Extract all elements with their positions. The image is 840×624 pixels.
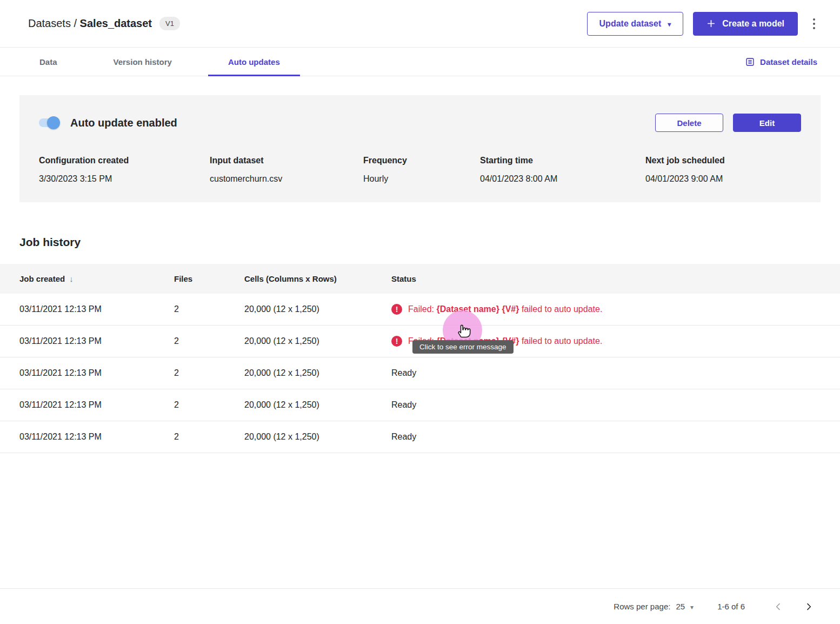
- cell-files: 2: [174, 336, 244, 346]
- dataset-details-label: Dataset details: [760, 57, 817, 67]
- chevron-left-icon: [774, 602, 783, 611]
- cell-files: 2: [174, 304, 244, 314]
- cell-files: 2: [174, 432, 244, 442]
- job-history-title: Job history: [19, 236, 840, 249]
- field-next-job-scheduled: Next job scheduled 04/01/2023 9:00 AM: [645, 156, 736, 184]
- column-header-cells: Cells (Columns x Rows): [244, 274, 391, 283]
- dataset-details-link[interactable]: Dataset details: [745, 48, 821, 76]
- cell-cells: 20,000 (12 x 1,250): [244, 304, 391, 314]
- previous-page-button[interactable]: [771, 599, 786, 614]
- column-header-label: Job created: [19, 274, 65, 283]
- column-header-job-created[interactable]: Job created↓: [0, 274, 174, 283]
- status-ready: Ready: [391, 432, 840, 442]
- cell-job-created: 03/11/2021 12:13 PM: [0, 400, 174, 410]
- update-dataset-button[interactable]: Update dataset ▾: [587, 12, 684, 36]
- pagination-range: 1-6 of 6: [717, 602, 745, 611]
- field-label: Configuration created: [39, 156, 199, 165]
- status-text: Failed: {Dataset name} {V#} failed to au…: [408, 304, 602, 314]
- status-text: Ready: [391, 432, 416, 442]
- field-label: Starting time: [480, 156, 635, 165]
- cell-job-created: 03/11/2021 12:13 PM: [0, 336, 174, 346]
- error-tooltip: Click to see error message: [412, 340, 514, 354]
- field-frequency: Frequency Hourly: [363, 156, 480, 184]
- column-header-status: Status: [391, 274, 840, 283]
- cell-job-created: 03/11/2021 12:13 PM: [0, 432, 174, 442]
- auto-update-panel-buttons: Delete Edit: [655, 114, 801, 132]
- status-ready: Ready: [391, 368, 840, 378]
- column-header-files: Files: [174, 274, 244, 283]
- field-value: 3/30/2023 3:15 PM: [39, 174, 199, 184]
- hand-cursor-icon: [456, 321, 472, 341]
- chevron-down-icon: ▾: [690, 604, 694, 610]
- auto-update-toggle-label: Auto update enabled: [70, 117, 177, 129]
- document-details-icon: [745, 57, 755, 67]
- field-input-dataset: Input dataset customerchurn.csv: [210, 156, 363, 184]
- tab-version-history-label: Version history: [114, 57, 172, 67]
- edit-button[interactable]: Edit: [733, 114, 801, 132]
- cell-files: 2: [174, 368, 244, 378]
- create-model-label: Create a model: [722, 19, 784, 29]
- error-icon: [391, 304, 402, 315]
- status-text: Ready: [391, 368, 416, 378]
- auto-update-panel: Auto update enabled Delete Edit Configur…: [19, 95, 821, 202]
- field-starting-time: Starting time 04/01/2023 8:00 AM: [480, 156, 645, 184]
- top-bar: Datasets / Sales_dataset V1 Update datas…: [0, 0, 840, 47]
- delete-button[interactable]: Delete: [655, 114, 723, 132]
- rows-per-page-label: Rows per page:: [614, 602, 670, 611]
- table-row: 03/11/2021 12:13 PM 2 20,000 (12 x 1,250…: [0, 357, 840, 389]
- plus-icon: [706, 19, 716, 28]
- field-label: Input dataset: [210, 156, 352, 165]
- auto-update-toggle[interactable]: [39, 118, 58, 127]
- auto-update-panel-header: Auto update enabled Delete Edit: [39, 114, 801, 132]
- more-actions-kebab-icon[interactable]: [808, 16, 821, 32]
- create-model-button[interactable]: Create a model: [693, 12, 798, 36]
- error-icon: [391, 336, 402, 347]
- toggle-knob: [47, 116, 60, 129]
- field-value: Hourly: [363, 174, 469, 184]
- header-actions: Update dataset ▾ Create a model: [587, 12, 821, 36]
- chevron-right-icon: [804, 602, 813, 611]
- sort-descending-icon: ↓: [69, 274, 74, 283]
- chevron-down-icon: ▾: [668, 21, 671, 28]
- cell-cells: 20,000 (12 x 1,250): [244, 400, 391, 410]
- cell-cells: 20,000 (12 x 1,250): [244, 432, 391, 442]
- pagination-bar: Rows per page: 25 ▾ 1-6 of 6: [0, 588, 840, 624]
- field-label: Next job scheduled: [645, 156, 725, 165]
- rows-per-page-value: 25: [676, 602, 685, 611]
- field-label: Frequency: [363, 156, 469, 165]
- field-value: 04/01/2023 9:00 AM: [645, 174, 725, 184]
- cell-job-created: 03/11/2021 12:13 PM: [0, 368, 174, 378]
- cell-job-created: 03/11/2021 12:13 PM: [0, 304, 174, 314]
- breadcrumb-datasets[interactable]: Datasets /: [28, 17, 80, 29]
- table-row: 03/11/2021 12:13 PM 2 20,000 (12 x 1,250…: [0, 389, 840, 421]
- field-configuration-created: Configuration created 3/30/2023 3:15 PM: [39, 156, 210, 184]
- cell-cells: 20,000 (12 x 1,250): [244, 336, 391, 346]
- table-header-row: Job created↓ Files Cells (Columns x Rows…: [0, 264, 840, 294]
- field-value: customerchurn.csv: [210, 174, 352, 184]
- next-page-button[interactable]: [801, 599, 816, 614]
- version-badge: V1: [159, 17, 180, 30]
- cell-cells: 20,000 (12 x 1,250): [244, 368, 391, 378]
- tab-auto-updates[interactable]: Auto updates: [208, 48, 300, 76]
- dataset-name: Sales_dataset: [80, 17, 152, 29]
- auto-update-fields: Configuration created 3/30/2023 3:15 PM …: [39, 156, 801, 184]
- field-value: 04/01/2023 8:00 AM: [480, 174, 635, 184]
- tab-bar: Data Version history Auto updates Datase…: [0, 47, 840, 76]
- job-history-table: Job created↓ Files Cells (Columns x Rows…: [0, 264, 840, 453]
- status-text: Ready: [391, 400, 416, 410]
- status-ready: Ready: [391, 400, 840, 410]
- tab-version-history[interactable]: Version history: [94, 48, 192, 76]
- tab-data[interactable]: Data: [19, 48, 77, 76]
- tab-data-label: Data: [39, 57, 57, 67]
- update-dataset-label: Update dataset: [599, 19, 662, 29]
- table-row: 03/11/2021 12:13 PM 2 20,000 (12 x 1,250…: [0, 294, 840, 326]
- cell-files: 2: [174, 400, 244, 410]
- tab-auto-updates-label: Auto updates: [228, 57, 280, 67]
- page-title: Datasets / Sales_dataset: [28, 17, 152, 30]
- page: Datasets / Sales_dataset V1 Update datas…: [0, 0, 840, 624]
- rows-per-page-select[interactable]: Rows per page: 25 ▾: [614, 602, 694, 611]
- breadcrumb: Datasets / Sales_dataset V1: [28, 17, 180, 30]
- auto-update-toggle-group: Auto update enabled: [39, 117, 177, 129]
- table-row: 03/11/2021 12:13 PM 2 20,000 (12 x 1,250…: [0, 421, 840, 453]
